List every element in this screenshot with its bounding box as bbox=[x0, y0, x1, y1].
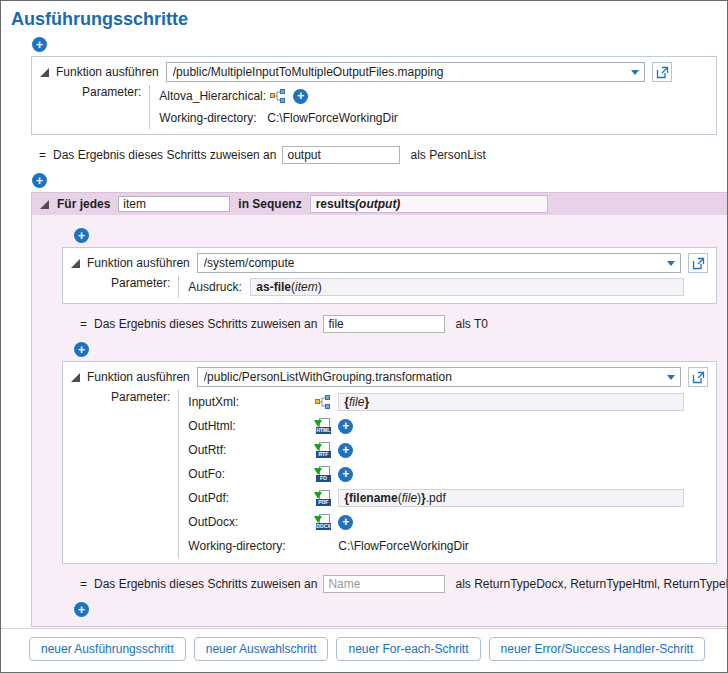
add-param-value-button[interactable]: + bbox=[338, 467, 353, 482]
for-each-step-block: Für jedes in Sequenz results(output) + F… bbox=[31, 192, 727, 627]
parameter-list: InputXml: {file} bbox=[178, 390, 708, 558]
assign-label: Das Ergebnis dieses Schritts zuweisen an bbox=[94, 317, 317, 331]
new-execution-step-button[interactable]: neuer Ausführungsschritt bbox=[29, 637, 186, 661]
xml-input-icon bbox=[312, 395, 332, 409]
parameter-label: Parameter: bbox=[111, 276, 178, 298]
param-name: Ausdruck: bbox=[188, 280, 244, 294]
add-step-button[interactable]: + bbox=[74, 342, 89, 357]
add-step-button[interactable]: + bbox=[32, 173, 47, 188]
function-path-value: /system/compute bbox=[204, 256, 295, 270]
assign-type-text: als PersonList bbox=[410, 148, 485, 162]
param-row-working-directory: Working-directory: C:\FlowForceWorkingDi… bbox=[159, 107, 708, 129]
open-function-button[interactable] bbox=[688, 253, 708, 273]
param-name: OutPdf: bbox=[188, 491, 306, 505]
collapse-triangle-icon[interactable] bbox=[40, 68, 49, 77]
assign-label: Das Ergebnis dieses Schritts zuweisen an bbox=[94, 577, 317, 591]
param-row-inputxml: InputXml: {file} bbox=[188, 390, 708, 414]
assign-variable-input[interactable] bbox=[323, 315, 445, 333]
assign-result-row-2: = Das Ergebnis dieses Schritts zuweisen … bbox=[80, 313, 727, 335]
pdf-output-icon: PDF bbox=[312, 490, 332, 506]
param-value: C:\FlowForceWorkingDir bbox=[267, 111, 397, 125]
footer-button-bar: neuer Ausführungsschritt neuer Auswahlsc… bbox=[1, 628, 727, 672]
assign-label: Das Ergebnis dieses Schritts zuweisen an bbox=[53, 148, 276, 162]
add-param-value-button[interactable]: + bbox=[338, 419, 353, 434]
param-name: Working-directory: bbox=[188, 539, 306, 553]
dropdown-arrow-icon[interactable] bbox=[631, 70, 639, 75]
parameter-list: Altova_Hierarchical: + Working-directory… bbox=[149, 85, 708, 129]
page-title: Ausführungsschritte bbox=[11, 9, 727, 30]
add-step-button[interactable]: + bbox=[74, 602, 89, 617]
function-path-combobox[interactable]: /system/compute bbox=[197, 253, 681, 273]
param-name: Working-directory: bbox=[159, 111, 261, 125]
param-name: InputXml: bbox=[188, 395, 306, 409]
param-row-altova-hierarchical: Altova_Hierarchical: + bbox=[159, 85, 708, 107]
add-step-row: + bbox=[32, 173, 727, 188]
collapse-triangle-icon[interactable] bbox=[71, 259, 80, 268]
function-path-combobox[interactable]: /public/PersonListWithGrouping.transform… bbox=[197, 367, 681, 387]
assign-result-row-3: = Das Ergebnis dieses Schritts zuweisen … bbox=[80, 573, 727, 595]
for-each-body: + Funktion ausführen /system/compute bbox=[32, 215, 727, 626]
open-function-button[interactable] bbox=[652, 62, 672, 82]
function-label: Funktion ausführen bbox=[87, 256, 190, 270]
function-label: Funktion ausführen bbox=[56, 65, 159, 79]
sequence-expression[interactable]: results(output) bbox=[310, 195, 548, 213]
assign-result-row-1: = Das Ergebnis dieses Schritts zuweisen … bbox=[39, 144, 727, 166]
new-for-each-step-button[interactable]: neuer For-each-Schritt bbox=[336, 637, 480, 661]
assign-variable-input[interactable] bbox=[323, 575, 445, 593]
in-sequence-label: in Sequenz bbox=[238, 197, 301, 211]
param-value: C:\FlowForceWorkingDir bbox=[338, 539, 468, 553]
step-execute-function-1: Funktion ausführen /public/MultipleInput… bbox=[31, 56, 717, 135]
add-step-row: + bbox=[74, 342, 727, 357]
html-output-icon: HTML bbox=[312, 418, 332, 434]
for-each-item-input[interactable] bbox=[118, 196, 230, 212]
param-row-outdocx: OutDocx: DOCX + bbox=[188, 510, 708, 534]
equals-sign: = bbox=[39, 148, 53, 162]
parameter-list: Ausdruck: as-file(item) bbox=[178, 276, 708, 298]
dropdown-arrow-icon[interactable] bbox=[667, 261, 675, 266]
parameter-label: Parameter: bbox=[111, 390, 178, 558]
collapse-triangle-icon[interactable] bbox=[40, 200, 49, 209]
open-function-button[interactable] bbox=[688, 367, 708, 387]
expression-value[interactable]: {file} bbox=[338, 393, 684, 411]
assign-type-text: als T0 bbox=[455, 317, 487, 331]
function-label: Funktion ausführen bbox=[87, 370, 190, 384]
rtf-output-icon: RTF bbox=[312, 442, 332, 458]
param-name: OutFo: bbox=[188, 467, 306, 481]
step-execute-function-2: Funktion ausführen /system/compute bbox=[62, 247, 717, 304]
assign-variable-input[interactable] bbox=[282, 146, 400, 164]
param-name: OutHtml: bbox=[188, 419, 306, 433]
param-row-working-directory: Working-directory: C:\FlowForceWorkingDi… bbox=[188, 534, 708, 558]
add-step-button-top[interactable]: + bbox=[32, 37, 47, 52]
equals-sign: = bbox=[80, 317, 94, 331]
expression-value[interactable]: as-file(item) bbox=[250, 278, 684, 296]
new-choose-step-button[interactable]: neuer Auswahlschritt bbox=[194, 637, 329, 661]
add-step-row: + bbox=[74, 602, 727, 617]
for-each-header: Für jedes in Sequenz results(output) bbox=[32, 193, 727, 215]
add-step-row: + bbox=[32, 37, 727, 52]
param-name: OutDocx: bbox=[188, 515, 306, 529]
param-row-outrtf: OutRtf: RTF + bbox=[188, 438, 708, 462]
expression-value[interactable]: {filename(file)}.pdf bbox=[338, 489, 684, 507]
add-param-value-button[interactable]: + bbox=[338, 443, 353, 458]
function-path-combobox[interactable]: /public/MultipleInputToMultipleOutputFil… bbox=[166, 62, 645, 82]
dropdown-arrow-icon[interactable] bbox=[667, 375, 675, 380]
external-link-icon bbox=[692, 371, 705, 384]
param-row-outfo: OutFo: FO + bbox=[188, 462, 708, 486]
equals-sign: = bbox=[80, 577, 94, 591]
param-name: OutRtf: bbox=[188, 443, 306, 457]
add-param-value-button[interactable]: + bbox=[338, 515, 353, 530]
hierarchical-data-icon bbox=[267, 89, 287, 103]
param-row-expression: Ausdruck: as-file(item) bbox=[188, 276, 708, 298]
docx-output-icon: DOCX bbox=[312, 514, 332, 530]
add-param-value-button[interactable]: + bbox=[293, 89, 308, 104]
collapse-triangle-icon[interactable] bbox=[71, 373, 80, 382]
fo-output-icon: FO bbox=[312, 466, 332, 482]
param-name: Altova_Hierarchical: bbox=[159, 89, 261, 103]
step-execute-function-3: Funktion ausführen /public/PersonListWit… bbox=[62, 361, 717, 564]
param-row-outpdf: OutPdf: PDF {filename(file)}.pdf bbox=[188, 486, 708, 510]
add-step-button[interactable]: + bbox=[74, 228, 89, 243]
execution-steps-panel: Ausführungsschritte + Funktion ausführen… bbox=[0, 0, 728, 673]
new-error-success-handler-step-button[interactable]: neuer Error/Success Handler-Schritt bbox=[489, 637, 706, 661]
for-each-keyword: Für jedes bbox=[57, 197, 110, 211]
parameter-label: Parameter: bbox=[82, 85, 149, 129]
